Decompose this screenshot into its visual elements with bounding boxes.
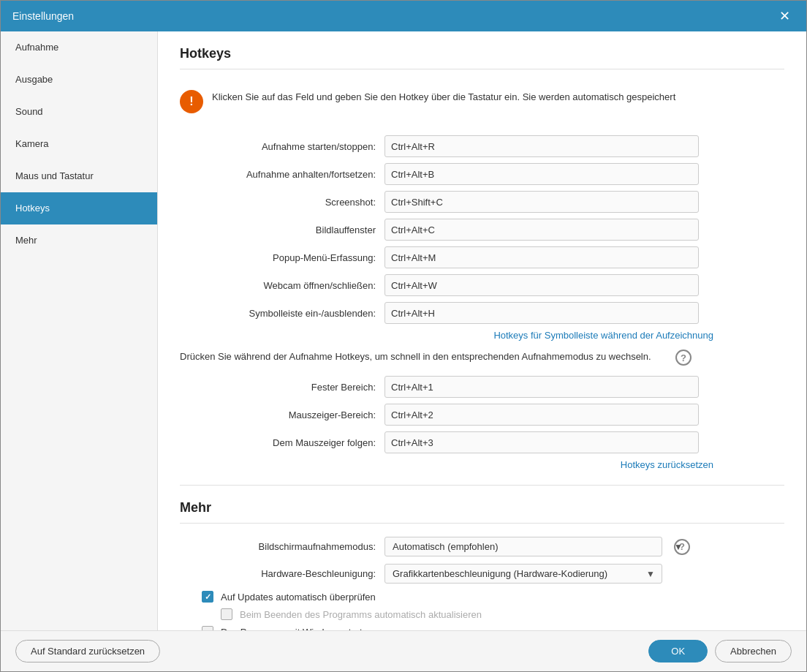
- hotkey-row-5: Webcam öffnen/schließen:: [180, 274, 784, 296]
- help-icon[interactable]: ?: [675, 350, 692, 366]
- sidebar-item-mehr[interactable]: Mehr: [1, 224, 157, 257]
- warning-icon: !: [180, 90, 203, 113]
- sidebar-item-kamera[interactable]: Kamera: [1, 128, 157, 160]
- sidebar-item-sound[interactable]: Sound: [1, 96, 157, 128]
- hotkey-input-2[interactable]: [384, 191, 699, 213]
- hotkey-input-0[interactable]: [384, 135, 699, 157]
- hotkey-label-1: Aufnahme anhalten/fortsetzen:: [180, 169, 384, 180]
- mode-hotkey-label-2: Dem Mauszeiger folgen:: [180, 437, 384, 448]
- mode-hotkey-row-0: Fester Bereich:: [180, 376, 784, 398]
- checkbox-label-0: Auf Updates automatisch überprüfen: [221, 592, 376, 603]
- hotkey-input-1[interactable]: [384, 163, 699, 185]
- ok-button[interactable]: OK: [648, 640, 708, 662]
- mode-description-row: Drücken Sie während der Aufnahme Hotkeys…: [180, 350, 692, 366]
- footer-right: OK Abbrechen: [648, 640, 792, 662]
- checkbox-row-0: Auf Updates automatisch überprüfen: [180, 591, 784, 603]
- hotkey-row-2: Screenshot:: [180, 191, 784, 213]
- hotkey-label-5: Webcam öffnen/schließen:: [180, 280, 384, 291]
- main-content: Hotkeys ! Klicken Sie auf das Feld und g…: [158, 31, 806, 630]
- hardware-label: Hardware-Beschleunigung:: [180, 568, 384, 579]
- titlebar: Einstellungen ✕: [1, 1, 806, 31]
- close-button[interactable]: ✕: [775, 8, 795, 24]
- checkbox-auto-update[interactable]: [202, 591, 213, 603]
- sidebar-item-hotkeys[interactable]: Hotkeys: [1, 192, 157, 224]
- content-area: Aufnahme Ausgabe Sound Kamera Maus und T…: [1, 31, 806, 630]
- sidebar-item-maus-tastatur[interactable]: Maus und Tastatur: [1, 160, 157, 192]
- reset-hotkeys-link[interactable]: Hotkeys zurücksetzen: [621, 459, 713, 470]
- hotkey-label-0: Aufnahme starten/stoppen:: [180, 141, 384, 152]
- hotkey-row-4: Popup-Menü-Erfassung:: [180, 246, 784, 268]
- hotkey-row-6: Symbolleiste ein-/ausblenden:: [180, 302, 784, 324]
- hardware-dropdown-wrapper: Grafikkartenbeschleunigung (Hardware-Kod…: [384, 564, 662, 584]
- cancel-button[interactable]: Abbrechen: [715, 640, 792, 662]
- window-title: Einstellungen: [12, 10, 74, 22]
- checkbox-label-1: Beim Beenden des Programms automatisch a…: [240, 609, 482, 620]
- bildschirm-row: Bildschirmaufnahmemodus: Automatisch (em…: [180, 537, 784, 556]
- checkbox-row-1: Beim Beenden des Programms automatisch a…: [180, 608, 784, 620]
- bildschirm-label: Bildschirmaufnahmemodus:: [180, 541, 384, 552]
- sidebar: Aufnahme Ausgabe Sound Kamera Maus und T…: [1, 31, 158, 630]
- toolbar-link-row: Hotkeys für Symbolleiste während der Auf…: [180, 330, 713, 341]
- hotkey-row-0: Aufnahme starten/stoppen:: [180, 135, 784, 157]
- bildschirm-help-icon[interactable]: ?: [674, 539, 690, 555]
- bildschirm-dropdown[interactable]: Automatisch (empfohlen): [384, 537, 662, 556]
- mode-hotkey-row-1: Mauszeiger-Bereich:: [180, 404, 784, 426]
- checkbox-auto-install[interactable]: [221, 608, 232, 620]
- reset-link-row: Hotkeys zurücksetzen: [180, 459, 713, 470]
- mode-hotkey-input-0[interactable]: [384, 376, 699, 398]
- hotkey-input-3[interactable]: [384, 219, 699, 241]
- section-divider: [180, 485, 784, 486]
- sidebar-item-ausgabe[interactable]: Ausgabe: [1, 64, 157, 96]
- hotkey-row-1: Aufnahme anhalten/fortsetzen:: [180, 163, 784, 185]
- mode-hotkey-label-0: Fester Bereich:: [180, 382, 384, 393]
- info-text: Klicken Sie auf das Feld und geben Sie d…: [212, 90, 675, 105]
- bildschirm-dropdown-wrapper: Automatisch (empfohlen) ▼ ?: [384, 537, 690, 556]
- hotkey-input-4[interactable]: [384, 246, 699, 268]
- footer: Auf Standard zurücksetzen OK Abbrechen: [1, 630, 806, 671]
- mode-desc-text: Drücken Sie während der Aufnahme Hotkeys…: [180, 350, 670, 364]
- hotkey-label-2: Screenshot:: [180, 197, 384, 208]
- mode-hotkey-input-2[interactable]: [384, 431, 699, 453]
- hotkey-label-6: Symbolleiste ein-/ausblenden:: [180, 308, 384, 319]
- mehr-section-title: Mehr: [180, 500, 784, 524]
- mode-hotkey-label-1: Mauszeiger-Bereich:: [180, 409, 384, 420]
- settings-window: Einstellungen ✕ Aufnahme Ausgabe Sound K…: [0, 0, 807, 672]
- hotkey-input-5[interactable]: [384, 274, 699, 296]
- reset-defaults-button[interactable]: Auf Standard zurücksetzen: [15, 640, 160, 662]
- hotkeys-section-title: Hotkeys: [180, 46, 784, 69]
- info-box: ! Klicken Sie auf das Feld und geben Sie…: [180, 83, 784, 121]
- sidebar-item-aufnahme[interactable]: Aufnahme: [1, 31, 157, 64]
- mode-hotkey-row-2: Dem Mauszeiger folgen:: [180, 431, 784, 453]
- hotkey-row-3: Bildlauffenster: [180, 219, 784, 241]
- hotkey-input-6[interactable]: [384, 302, 699, 324]
- toolbar-hotkeys-link[interactable]: Hotkeys für Symbolleiste während der Auf…: [493, 330, 713, 341]
- hardware-dropdown[interactable]: Grafikkartenbeschleunigung (Hardware-Kod…: [384, 564, 662, 584]
- hotkey-label-3: Bildlauffenster: [180, 224, 384, 235]
- hardware-row: Hardware-Beschleunigung: Grafikkartenbes…: [180, 564, 784, 584]
- mode-hotkey-input-1[interactable]: [384, 404, 699, 426]
- hotkey-label-4: Popup-Menü-Erfassung:: [180, 252, 384, 263]
